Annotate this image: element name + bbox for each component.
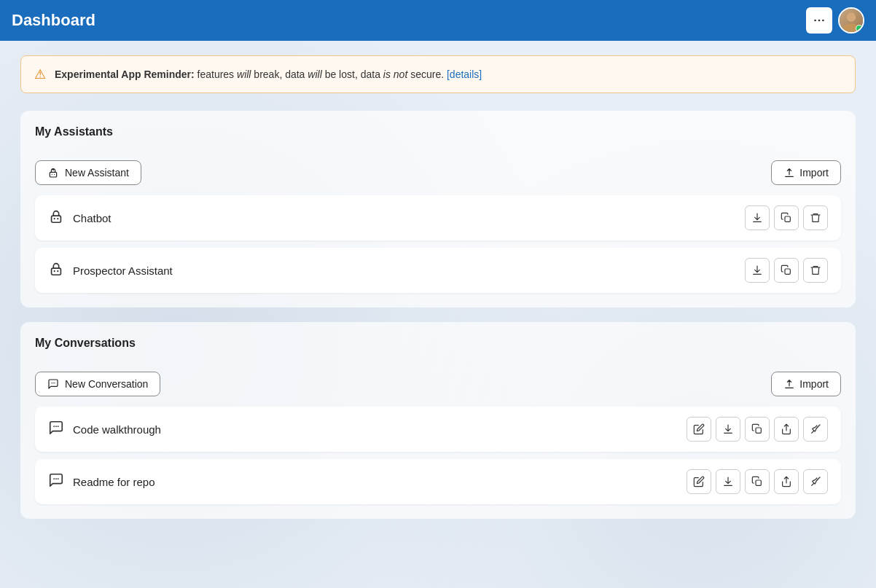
- warning-icon: ⚠: [34, 66, 46, 82]
- chat-bubble-icon: [48, 472, 64, 488]
- bot-icon: [47, 167, 59, 179]
- code-walkthrough-name: Code walkthrough: [73, 423, 161, 436]
- svg-rect-12: [52, 268, 61, 275]
- svg-point-26: [58, 478, 59, 479]
- readme-share-button[interactable]: [774, 469, 799, 494]
- copy-icon: [751, 423, 763, 435]
- conversation-icon: [48, 472, 64, 492]
- svg-point-17: [52, 383, 53, 383]
- warning-banner: ⚠ Experimental App Reminder: features wi…: [20, 55, 856, 93]
- conversations-title: My Conversations: [35, 337, 136, 350]
- new-assistant-button[interactable]: New Assistant: [35, 160, 141, 185]
- svg-point-1: [818, 20, 821, 22]
- download-icon: [722, 423, 734, 435]
- code-walkthrough-unpin-button[interactable]: [803, 417, 828, 442]
- menu-button[interactable]: [806, 7, 832, 34]
- svg-point-10: [57, 218, 58, 219]
- share-icon: [781, 476, 792, 487]
- code-walkthrough-edit-button[interactable]: [687, 417, 711, 442]
- prospector-actions: [745, 258, 828, 283]
- header: Dashboard: [0, 0, 876, 41]
- assistant-item-left: Prospector Assistant: [48, 261, 173, 281]
- import-assistant-label: Import: [799, 167, 829, 179]
- assistants-section: My Assistants New Assistant Import: [20, 111, 856, 307]
- svg-point-16: [51, 383, 52, 383]
- prospector-download-button[interactable]: [745, 258, 770, 283]
- code-walkthrough-copy-button[interactable]: [745, 417, 770, 442]
- code-walkthrough-share-button[interactable]: [774, 417, 799, 442]
- svg-rect-8: [52, 216, 61, 222]
- pencil-icon: [693, 476, 705, 487]
- chat-bubble-icon: [48, 420, 64, 436]
- chatbot-copy-button[interactable]: [774, 205, 799, 230]
- new-conversation-button[interactable]: New Conversation: [35, 372, 160, 396]
- warning-text: Experimental App Reminder: features will…: [55, 68, 482, 80]
- svg-point-24: [53, 478, 55, 479]
- svg-point-2: [822, 20, 824, 22]
- chat-icon: [47, 378, 59, 390]
- svg-rect-5: [50, 172, 56, 177]
- conversation-item-left: Readme for repo: [48, 472, 155, 492]
- svg-point-18: [54, 383, 55, 383]
- svg-point-13: [54, 270, 55, 272]
- svg-point-19: [53, 426, 55, 427]
- online-badge: [856, 25, 863, 32]
- header-actions: [806, 7, 864, 34]
- prospector-name: Prospector Assistant: [73, 264, 173, 277]
- main-content: ⚠ Experimental App Reminder: features wi…: [0, 41, 876, 548]
- prospector-copy-button[interactable]: [774, 258, 799, 283]
- download-icon: [722, 476, 734, 487]
- prospector-delete-button[interactable]: [803, 258, 828, 283]
- assistant-item-left: Chatbot: [48, 208, 112, 228]
- unpin-icon: [810, 423, 821, 435]
- import-up-icon: [783, 378, 795, 390]
- conversation-item-readme: Readme for repo: [35, 459, 841, 504]
- warning-details-link[interactable]: [details]: [447, 68, 482, 80]
- conversation-item-left: Code walkthrough: [48, 420, 161, 439]
- svg-point-0: [814, 20, 816, 22]
- svg-rect-27: [756, 480, 761, 485]
- svg-point-6: [52, 174, 52, 175]
- assistant-icon: [48, 208, 64, 228]
- svg-point-9: [54, 218, 55, 219]
- ellipsis-icon: [813, 14, 826, 27]
- svg-point-20: [55, 426, 57, 427]
- copy-icon: [751, 476, 763, 487]
- import-assistant-button[interactable]: Import: [771, 160, 841, 185]
- assistant-bot-icon: [48, 261, 64, 277]
- svg-point-7: [54, 174, 55, 175]
- warning-bold: Experimental App Reminder:: [55, 68, 195, 80]
- import-conversation-button[interactable]: Import: [771, 372, 841, 396]
- unpin-icon: [810, 476, 821, 487]
- svg-point-14: [57, 270, 58, 272]
- new-assistant-label: New Assistant: [65, 167, 129, 179]
- chatbot-delete-button[interactable]: [803, 205, 828, 230]
- svg-point-21: [58, 426, 59, 427]
- conversation-item-code-walkthrough: Code walkthrough: [35, 407, 841, 452]
- readme-edit-button[interactable]: [687, 469, 711, 494]
- download-icon: [751, 264, 763, 276]
- readme-download-button[interactable]: [716, 469, 740, 494]
- svg-rect-22: [756, 428, 761, 433]
- import-conversation-label: Import: [799, 378, 829, 390]
- readme-unpin-button[interactable]: [803, 469, 828, 494]
- svg-point-3: [847, 12, 856, 21]
- trash-icon: [810, 264, 821, 276]
- trash-icon: [810, 212, 821, 224]
- code-walkthrough-download-button[interactable]: [716, 417, 740, 442]
- readme-copy-button[interactable]: [745, 469, 770, 494]
- readme-name: Readme for repo: [73, 476, 155, 488]
- pencil-icon: [693, 423, 705, 435]
- assistants-title: My Assistants: [35, 125, 113, 138]
- assistant-bot-icon: [48, 208, 64, 224]
- conversations-header-row: My Conversations: [35, 337, 841, 361]
- chatbot-actions: [745, 205, 828, 230]
- chatbot-download-button[interactable]: [745, 205, 770, 230]
- readme-actions: [687, 469, 828, 494]
- copy-icon: [781, 264, 792, 276]
- avatar[interactable]: [838, 7, 864, 34]
- warning-text-main: features will break, data will be lost, …: [198, 68, 447, 80]
- assistants-header-row: My Assistants: [35, 125, 841, 150]
- download-icon: [751, 212, 763, 224]
- svg-rect-15: [785, 269, 790, 274]
